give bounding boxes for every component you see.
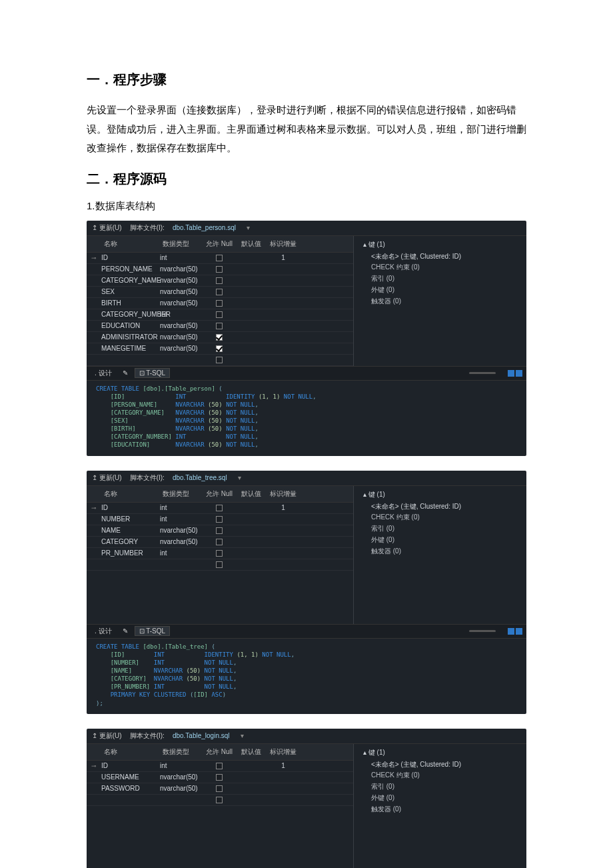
header-default[interactable]: 默认值 bbox=[236, 237, 267, 251]
column-type[interactable]: int bbox=[160, 504, 203, 511]
allow-null-checkbox[interactable] bbox=[203, 550, 236, 557]
column-name[interactable]: PERSON_NAME bbox=[101, 265, 160, 273]
sql-pane[interactable]: CREATE TABLE [dbo].[Table_tree] ( [ID] I… bbox=[87, 639, 526, 714]
update-button[interactable]: ↥ 更新(U) bbox=[92, 473, 122, 483]
triggers[interactable]: 触发器 (0) bbox=[363, 545, 517, 557]
allow-null-checkbox[interactable] bbox=[203, 289, 236, 295]
header-default[interactable]: 默认值 bbox=[236, 487, 267, 501]
new-column-row[interactable] bbox=[87, 559, 353, 571]
pk-entry[interactable]: <未命名> (主键, Clustered: ID) bbox=[363, 252, 517, 261]
update-button[interactable]: ↥ 更新(U) bbox=[92, 731, 122, 741]
resize-handle[interactable] bbox=[469, 630, 496, 632]
view-toggle-icons[interactable] bbox=[508, 370, 522, 377]
header-null[interactable]: 允许 Null bbox=[203, 237, 236, 251]
column-row[interactable]: CATEGORY nvarchar(50) bbox=[87, 537, 353, 548]
pk-entry[interactable]: <未命名> (主键, Clustered: ID) bbox=[363, 502, 517, 511]
column-row[interactable]: ⊸ ID int 1 bbox=[87, 253, 353, 264]
column-row[interactable]: PASSWORD nvarchar(50) bbox=[87, 783, 353, 795]
allow-null-checkbox[interactable] bbox=[203, 334, 236, 341]
column-row[interactable]: ⊸ ID int 1 bbox=[87, 503, 353, 514]
tab-tsql[interactable]: ⊡ T-SQL bbox=[135, 368, 171, 378]
identity-cell[interactable]: 1 bbox=[267, 254, 300, 261]
column-type[interactable]: int bbox=[160, 549, 203, 557]
indexes[interactable]: 索引 (0) bbox=[363, 523, 517, 534]
allow-null-checkbox[interactable] bbox=[203, 785, 236, 792]
column-name[interactable]: USERNAME bbox=[101, 773, 160, 781]
column-type[interactable]: nvarchar(50) bbox=[160, 288, 203, 295]
column-type[interactable]: nvarchar(50) bbox=[160, 277, 203, 284]
column-name[interactable]: CATEGORY bbox=[101, 538, 160, 545]
column-type[interactable]: nvarchar(50) bbox=[160, 265, 203, 273]
allow-null-checkbox[interactable] bbox=[203, 323, 236, 329]
column-name[interactable]: ID bbox=[101, 254, 160, 261]
column-row[interactable]: EDUCATION nvarchar(50) bbox=[87, 321, 353, 332]
keys-header[interactable]: ▴ 键 (1) bbox=[363, 490, 517, 499]
triggers[interactable]: 触发器 (0) bbox=[363, 803, 517, 815]
column-type[interactable]: nvarchar(50) bbox=[160, 785, 203, 792]
foreign-keys[interactable]: 外键 (0) bbox=[363, 284, 517, 295]
identity-cell[interactable]: 1 bbox=[267, 504, 300, 511]
indexes[interactable]: 索引 (0) bbox=[363, 781, 517, 792]
header-type[interactable]: 数据类型 bbox=[160, 237, 203, 251]
allow-null-checkbox[interactable] bbox=[203, 300, 236, 307]
tab-design[interactable]: . 设计 bbox=[91, 368, 116, 379]
dropdown-icon[interactable]: ▾ bbox=[241, 732, 244, 739]
header-identity[interactable]: 标识增量 bbox=[267, 745, 300, 759]
column-name[interactable]: MANEGETIME bbox=[101, 345, 160, 352]
column-name[interactable]: EDUCATION bbox=[101, 322, 160, 329]
column-name[interactable]: NUMBER bbox=[101, 515, 160, 523]
allow-null-checkbox[interactable] bbox=[203, 539, 236, 545]
sql-pane[interactable]: CREATE TABLE [dbo].[Table_person] ( [ID]… bbox=[87, 381, 526, 456]
column-type[interactable]: nvarchar(50) bbox=[160, 345, 203, 352]
new-column-row[interactable] bbox=[87, 355, 353, 366]
column-name[interactable]: BIRTH bbox=[101, 299, 160, 307]
column-row[interactable]: CATEGORY_NAME nvarchar(50) bbox=[87, 275, 353, 287]
new-column-row[interactable] bbox=[87, 795, 353, 806]
allow-null-checkbox[interactable] bbox=[203, 516, 236, 523]
column-type[interactable]: int bbox=[160, 311, 203, 318]
column-name[interactable]: ADMINISITRATOR bbox=[101, 333, 160, 341]
column-type[interactable]: nvarchar(50) bbox=[160, 538, 203, 545]
foreign-keys[interactable]: 外键 (0) bbox=[363, 792, 517, 803]
column-row[interactable]: BIRTH nvarchar(50) bbox=[87, 298, 353, 309]
allow-null-checkbox[interactable] bbox=[203, 255, 236, 261]
resize-handle[interactable] bbox=[469, 372, 496, 374]
header-name[interactable]: 名称 bbox=[87, 237, 160, 251]
column-type[interactable]: nvarchar(50) bbox=[160, 322, 203, 329]
header-name[interactable]: 名称 bbox=[87, 487, 160, 501]
column-row[interactable]: NAME nvarchar(50) bbox=[87, 525, 353, 537]
column-row[interactable]: MANEGETIME nvarchar(50) bbox=[87, 343, 353, 355]
header-identity[interactable]: 标识增量 bbox=[267, 487, 300, 501]
indexes[interactable]: 索引 (0) bbox=[363, 273, 517, 284]
column-name[interactable]: NAME bbox=[101, 527, 160, 534]
header-null[interactable]: 允许 Null bbox=[203, 487, 236, 501]
header-name[interactable]: 名称 bbox=[87, 745, 160, 759]
keys-header[interactable]: ▴ 键 (1) bbox=[363, 240, 517, 249]
column-name[interactable]: ID bbox=[101, 504, 160, 511]
column-row[interactable]: ADMINISITRATOR nvarchar(50) bbox=[87, 332, 353, 343]
check-constraints[interactable]: CHECK 约束 (0) bbox=[363, 769, 517, 781]
column-name[interactable]: PASSWORD bbox=[101, 785, 160, 792]
column-type[interactable]: int bbox=[160, 254, 203, 261]
header-type[interactable]: 数据类型 bbox=[160, 487, 203, 501]
pk-entry[interactable]: <未命名> (主键, Clustered: ID) bbox=[363, 760, 517, 769]
check-constraints[interactable]: CHECK 约束 (0) bbox=[363, 261, 517, 273]
allow-null-checkbox[interactable] bbox=[203, 527, 236, 534]
dropdown-icon[interactable]: ▾ bbox=[247, 224, 250, 231]
column-type[interactable]: int bbox=[160, 515, 203, 523]
column-type[interactable]: nvarchar(50) bbox=[160, 527, 203, 534]
tab-tsql[interactable]: ⊡ T-SQL bbox=[135, 626, 171, 636]
header-identity[interactable]: 标识增量 bbox=[267, 237, 300, 251]
tab-design[interactable]: . 设计 bbox=[91, 626, 116, 637]
header-default[interactable]: 默认值 bbox=[236, 745, 267, 759]
check-constraints[interactable]: CHECK 约束 (0) bbox=[363, 511, 517, 523]
column-type[interactable]: nvarchar(50) bbox=[160, 773, 203, 781]
keys-header[interactable]: ▴ 键 (1) bbox=[363, 748, 517, 757]
triggers[interactable]: 触发器 (0) bbox=[363, 295, 517, 307]
column-name[interactable]: PR_NUMBER bbox=[101, 549, 160, 557]
column-row[interactable]: PERSON_NAME nvarchar(50) bbox=[87, 264, 353, 275]
allow-null-checkbox[interactable] bbox=[203, 505, 236, 511]
allow-null-checkbox[interactable] bbox=[203, 277, 236, 284]
allow-null-checkbox[interactable] bbox=[203, 345, 236, 352]
column-type[interactable]: nvarchar(50) bbox=[160, 299, 203, 307]
